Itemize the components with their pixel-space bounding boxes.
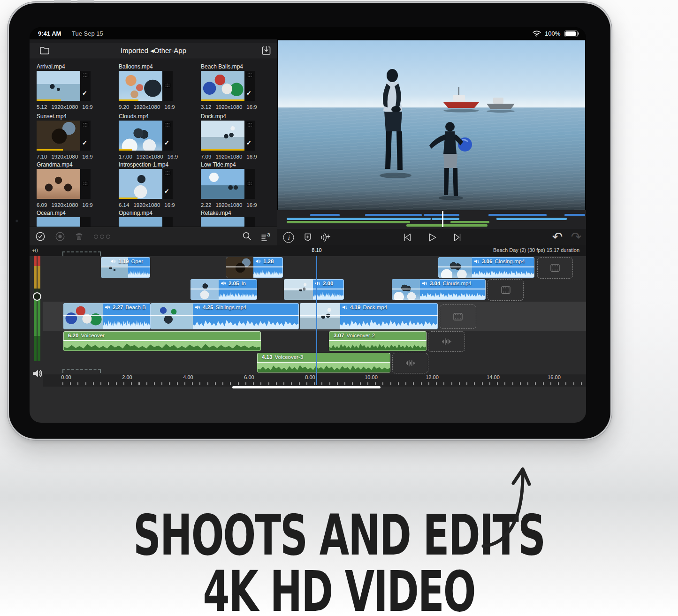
selected-check-icon: ✓ (164, 188, 169, 195)
clip-name: Ocean.mp4 (37, 210, 106, 216)
clip-name: Arrival.mp4 (37, 63, 106, 70)
timeline-ruler[interactable]: 0.00 2.00 4.00 6.00 8.00 10.00 12.00 14.… (43, 374, 586, 387)
clip-placeholder[interactable] (440, 304, 476, 329)
media-type-icon (164, 83, 171, 88)
import-icon[interactable] (260, 45, 272, 56)
clip-thumbnail[interactable] (201, 217, 244, 227)
sort-by-name-icon[interactable]: a (260, 231, 272, 242)
redo-icon[interactable]: ↷ (571, 229, 582, 244)
clip-info: 7.101920x108016:9 (37, 154, 97, 160)
clip-thumbnail[interactable] (37, 71, 80, 101)
add-audio-icon[interactable] (320, 232, 331, 243)
timeline-clip-introspection[interactable]: 2.05In (190, 279, 257, 300)
ruler-tick: 6.00 (244, 374, 254, 380)
timeline-clip-dock[interactable]: 4.19Dock.mp4 (300, 303, 438, 329)
speaker-icon[interactable] (32, 368, 43, 379)
timeline-clip-voiceover[interactable]: 6.20Voiceover (63, 331, 261, 351)
battery-percent: 100% (545, 30, 560, 37)
film-placeholder-icon (550, 264, 560, 272)
record-icon[interactable] (55, 231, 65, 242)
clip-rail (162, 217, 173, 227)
clip-name: Grandma.mp4 (37, 161, 106, 168)
clip-name: Balloons.mp4 (119, 63, 188, 70)
timeline-clip-sunset[interactable]: 1.28 (226, 257, 283, 278)
clip-thumbnail[interactable] (37, 169, 80, 199)
film-placeholder-icon (501, 286, 511, 294)
clip-rail[interactable]: ✓ (244, 71, 255, 101)
volume-up-button[interactable] (54, 0, 71, 3)
ruler-tick: 10.00 (365, 374, 378, 380)
skip-back-icon[interactable] (402, 232, 412, 243)
timeline-clip-siblings[interactable]: 4.25Siblings.mp4 (151, 303, 299, 329)
timeline-header: 8.10 Beach Day (2) (30 fps) 15.17 durati… (30, 245, 586, 256)
timeline-clip-closing[interactable]: 3.06Closing.mp4 (438, 257, 534, 278)
ruler-tick: 16.00 (548, 374, 561, 380)
timeline-clip-beach[interactable]: 2.00 (284, 279, 344, 300)
volume-knob[interactable] (33, 292, 41, 301)
clip-thumbnail[interactable] (201, 121, 244, 151)
front-camera (15, 220, 18, 222)
collapsed-track-marker (62, 369, 101, 373)
arrow-annotation (480, 464, 533, 553)
clip-thumbnail[interactable] (37, 121, 80, 151)
selected-check-icon: ✓ (164, 139, 169, 146)
home-indicator[interactable] (232, 386, 381, 388)
clip-rail[interactable] (162, 71, 173, 101)
undo-icon[interactable]: ↶ (552, 229, 563, 244)
clip-rail[interactable]: ✓ (244, 121, 255, 151)
timeline-clip-voiceover2[interactable]: 3.07Voiceover-2 (329, 331, 427, 351)
play-icon[interactable] (427, 232, 438, 243)
clock-date: Tue Sep 15 (72, 30, 103, 37)
volume-down-button[interactable] (77, 0, 94, 3)
clip-name: Sunset.mp4 (37, 113, 106, 120)
select-mode-icon[interactable] (35, 231, 46, 242)
audio-placeholder[interactable] (428, 331, 465, 352)
timeline-playhead[interactable] (316, 256, 317, 385)
info-icon[interactable]: i (283, 232, 294, 243)
video-preview-panel: i (277, 39, 586, 245)
clip-rail[interactable] (80, 169, 91, 199)
timeline-panel: 8.10 Beach Day (2) (30 fps) 15.17 durati… (30, 245, 586, 423)
timeline-clip-opening[interactable]: 1.19Oper (101, 257, 150, 278)
timeline-overview[interactable] (277, 210, 586, 229)
clip-rail[interactable]: ✓ (162, 169, 173, 199)
clip-thumbnail[interactable] (119, 71, 162, 101)
selected-check-icon: ✓ (82, 139, 87, 146)
library-title[interactable]: Imported ◂Other-App (30, 46, 277, 55)
clip-thumbnail[interactable] (37, 217, 80, 227)
clip-placeholder[interactable] (537, 257, 573, 279)
film-placeholder-icon (453, 312, 463, 321)
battery-icon (564, 30, 578, 37)
clip-thumbnail[interactable] (201, 169, 244, 199)
skip-forward-icon[interactable] (452, 232, 463, 243)
ruler-tick: 14.00 (487, 374, 500, 380)
clip-rail[interactable] (244, 169, 255, 199)
clip-rail[interactable]: ✓ (80, 71, 91, 101)
caption-line-2: 4K HD VIDEO (0, 559, 678, 616)
trash-icon[interactable] (74, 231, 84, 242)
clip-placeholder[interactable] (488, 279, 524, 301)
clip-thumbnail[interactable] (119, 169, 162, 199)
timeline-clip-clouds[interactable]: 3.04Clouds.mp4 (392, 279, 486, 300)
ruler-tickmarks (62, 382, 582, 385)
clip-info: 9.201920x108016:9 (119, 104, 179, 110)
audio-placeholder-icon (441, 338, 452, 345)
audio-placeholder[interactable] (392, 353, 428, 373)
clip-thumbnail[interactable] (119, 217, 162, 227)
media-type-icon (246, 181, 253, 186)
clip-name: Retake.mp4 (201, 210, 270, 216)
overview-playhead[interactable] (442, 211, 443, 227)
add-marker-icon[interactable] (303, 232, 312, 243)
clip-name: Dock.mp4 (201, 113, 270, 120)
selected-check-icon: ✓ (246, 139, 251, 146)
timeline-clip-voiceover3[interactable]: 4.13Voiceover-3 (257, 353, 390, 373)
boy-silhouette (429, 122, 472, 200)
timeline-clip-beachballs[interactable]: 2.27Beach B (63, 303, 151, 329)
clip-rail[interactable]: ✓ (162, 121, 173, 151)
more-options-icon[interactable] (94, 235, 110, 239)
clip-thumbnail[interactable] (201, 71, 244, 101)
clip-thumbnail[interactable] (119, 121, 162, 151)
media-type-icon (246, 122, 253, 128)
search-icon[interactable] (242, 231, 252, 242)
clip-rail[interactable]: ✓ (80, 121, 91, 151)
